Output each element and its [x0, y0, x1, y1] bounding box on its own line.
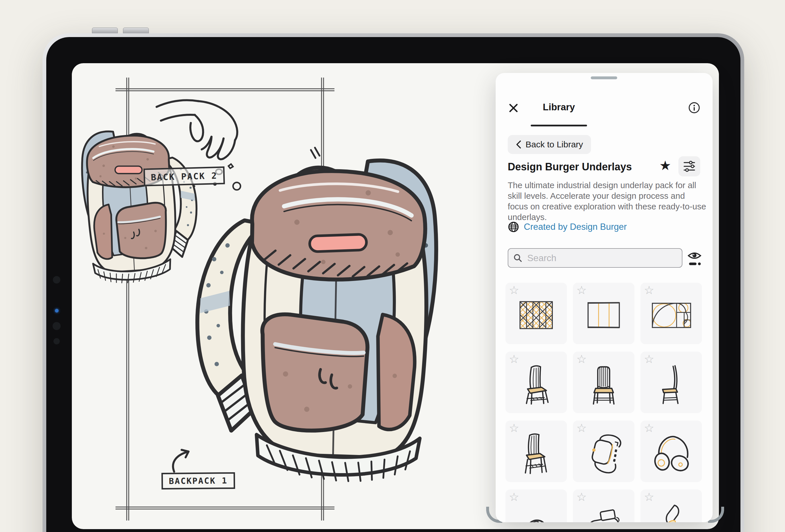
- star-filled-icon: ★: [659, 158, 671, 173]
- favorite-button[interactable]: ★: [657, 157, 674, 174]
- curved-arrow: [173, 450, 188, 472]
- underlay-card-chair-front[interactable]: ☆: [573, 352, 634, 413]
- filter-settings-button[interactable]: [678, 156, 700, 176]
- underlay-card-backpack-sketch[interactable]: ☆: [505, 489, 567, 522]
- credit-row: Created by Design Burger: [508, 221, 627, 233]
- underlay-card-headphones[interactable]: ☆: [640, 421, 702, 482]
- sliders-icon: [683, 160, 695, 172]
- underlay-thumbnail: [515, 362, 558, 406]
- creator-link[interactable]: Created by Design Burger: [524, 222, 627, 232]
- drag-handle[interactable]: [591, 76, 617, 79]
- front-camera-icon: [53, 276, 60, 283]
- underlay-thumbnail: [650, 500, 693, 522]
- info-button[interactable]: [688, 101, 701, 114]
- underlay-thumbnail: [582, 294, 625, 337]
- tab-library-label: Library: [543, 102, 575, 112]
- underlay-thumbnail: [582, 362, 625, 406]
- sensor-icon-1: [53, 322, 60, 330]
- underlay-visibility-button[interactable]: [686, 249, 703, 267]
- camera-indicator-icon: [55, 309, 59, 312]
- sketch-label-backpack2: BACK PACK 2: [143, 166, 225, 186]
- tab-underline: [531, 125, 587, 126]
- large-backpack: [195, 157, 438, 483]
- underlay-thumbnail: [515, 294, 558, 337]
- search-input[interactable]: [527, 253, 677, 264]
- underlay-card-chair-rear[interactable]: ☆: [505, 421, 567, 482]
- chevron-left-icon: [516, 140, 522, 149]
- underlay-thumbnail: [650, 294, 693, 337]
- underlay-thumbnail: [582, 431, 625, 475]
- underlay-card-smartwatch[interactable]: ☆: [573, 421, 634, 482]
- underlay-card-thirds-grid[interactable]: ☆: [573, 283, 634, 344]
- pack-title: Design Burger Underlays: [508, 161, 632, 173]
- back-to-library-button[interactable]: Back to Library: [508, 135, 591, 154]
- underlay-thumbnail: [515, 431, 558, 475]
- sketch-label-backpack1: BACKPACK 1: [161, 472, 235, 489]
- back-to-library-label: Back to Library: [526, 140, 583, 149]
- close-button[interactable]: [507, 102, 520, 114]
- library-panel: Library Back to Library Design Burger Un…: [496, 73, 713, 522]
- underlay-card-camera-gadget[interactable]: ☆: [573, 489, 634, 522]
- eye-visibility-icon: [687, 250, 702, 267]
- underlay-card-desk-lamp[interactable]: ☆: [640, 489, 702, 522]
- pack-description: The ultimate industrial design underlay …: [508, 180, 707, 222]
- underlay-thumbnail: [650, 362, 693, 406]
- underlay-card-triangle-grid-pattern[interactable]: ☆: [505, 283, 567, 344]
- underlay-card-chair-side[interactable]: ☆: [640, 352, 702, 413]
- underlay-thumbnail: [515, 500, 558, 522]
- underlay-card-chair-three-quarter[interactable]: ☆: [505, 352, 567, 413]
- tab-library[interactable]: Library: [530, 102, 588, 112]
- small-backpack: [80, 127, 200, 285]
- globe-icon: [508, 221, 519, 233]
- underlay-card-golden-ratio-spiral[interactable]: ☆: [640, 283, 702, 344]
- underlay-thumbnail: [582, 500, 625, 522]
- info-icon: [688, 102, 700, 114]
- reaching-hand: [157, 100, 237, 159]
- close-icon: [509, 103, 518, 113]
- search-bar: [508, 248, 682, 268]
- underlay-thumbnail: [650, 431, 693, 475]
- underlay-grid: ☆ ☆ ☆ ☆ ☆ ☆ ☆: [505, 283, 704, 522]
- search-icon: [513, 254, 522, 262]
- sensor-icon-2: [53, 338, 60, 345]
